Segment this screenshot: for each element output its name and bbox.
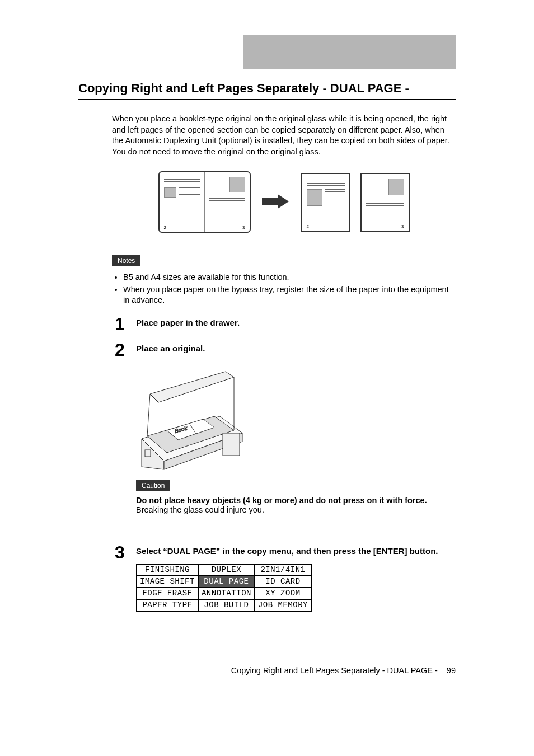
step-title: Select “DUAL PAGE” in the copy menu, and… — [136, 546, 456, 557]
menu-item-duplex[interactable]: DUPLEX — [198, 564, 255, 576]
thumbnail-icon — [229, 177, 245, 192]
svg-rect-11 — [223, 433, 240, 456]
caution-label: Caution — [136, 480, 170, 491]
footer-page-number: 99 — [447, 666, 456, 675]
step-title: Place paper in the drawer. — [136, 317, 456, 328]
step-number: 1 — [115, 315, 136, 333]
page-footer: Copying Right and Left Pages Separately … — [78, 661, 456, 675]
menu-item-annotation[interactable]: ANNOTATION — [198, 588, 255, 599]
step-2: 2 Place an original. Book — [115, 341, 456, 536]
section-title: Copying Right and Left Pages Separately … — [78, 81, 456, 100]
footer-title: Copying Right and Left Pages Separately … — [231, 666, 438, 675]
dual-page-diagram: 2 3 — [112, 171, 456, 233]
menu-item-edge-erase[interactable]: EDGE ERASE — [137, 588, 198, 599]
book-left-page-number: 2 — [164, 225, 166, 230]
menu-item-id-card[interactable]: ID CARD — [255, 576, 311, 588]
menu-item-image-shift[interactable]: IMAGE SHIFT — [137, 576, 198, 588]
caution-bold-text: Do not place heavy objects (4 kg or more… — [136, 496, 456, 505]
menu-item-xy-zoom[interactable]: XY ZOOM — [255, 588, 311, 599]
intro-paragraph: When you place a booklet-type original o… — [112, 114, 456, 157]
note-item: When you place paper on the bypass tray,… — [123, 284, 456, 306]
step-number: 3 — [115, 543, 136, 561]
result-right-page-number: 3 — [401, 224, 404, 229]
svg-rect-12 — [145, 450, 151, 457]
menu-item-2in1-4in1[interactable]: 2IN1/4IN1 — [255, 564, 311, 576]
booklet-illustration: 2 3 — [158, 171, 251, 233]
svg-marker-0 — [262, 194, 289, 209]
menu-item-job-memory[interactable]: JOB MEMORY — [255, 599, 311, 611]
menu-item-finishing[interactable]: FINISHING — [137, 564, 198, 576]
thumbnail-icon — [164, 187, 176, 198]
menu-item-dual-page[interactable]: DUAL PAGE — [198, 576, 255, 588]
book-right-page-number: 3 — [242, 225, 245, 230]
result-left-page: 2 — [301, 173, 350, 232]
thumbnail-icon — [388, 179, 404, 195]
svg-line-6 — [147, 394, 150, 436]
arrow-right-icon — [262, 190, 290, 215]
note-item: B5 and A4 sizes are available for this f… — [123, 272, 456, 283]
result-right-page: 3 — [360, 173, 410, 232]
menu-item-paper-type[interactable]: PAPER TYPE — [137, 599, 198, 611]
copy-menu-table: FINISHING DUPLEX 2IN1/4IN1 IMAGE SHIFT D… — [136, 564, 312, 612]
step-number: 2 — [115, 341, 136, 359]
scanner-illustration: Book — [136, 360, 248, 472]
caution-text: Breaking the glass could injure you. — [136, 505, 456, 516]
header-gray-bar — [243, 35, 456, 69]
book-left-page: 2 — [160, 172, 205, 232]
notes-label: Notes — [112, 255, 140, 266]
page-content: Copying Right and Left Pages Separately … — [0, 0, 534, 642]
thumbnail-icon — [307, 189, 322, 206]
result-pages: 2 3 — [301, 173, 410, 232]
result-left-page-number: 2 — [307, 224, 309, 229]
step-3: 3 Select “DUAL PAGE” in the copy menu, a… — [115, 543, 456, 612]
svg-marker-5 — [150, 372, 234, 402]
book-right-page: 3 — [205, 172, 250, 232]
step-title: Place an original. — [136, 343, 456, 354]
menu-item-job-build[interactable]: JOB BUILD — [198, 599, 255, 611]
step-1: 1 Place paper in the drawer. — [115, 315, 456, 333]
notes-list: B5 and A4 sizes are available for this f… — [123, 272, 456, 306]
